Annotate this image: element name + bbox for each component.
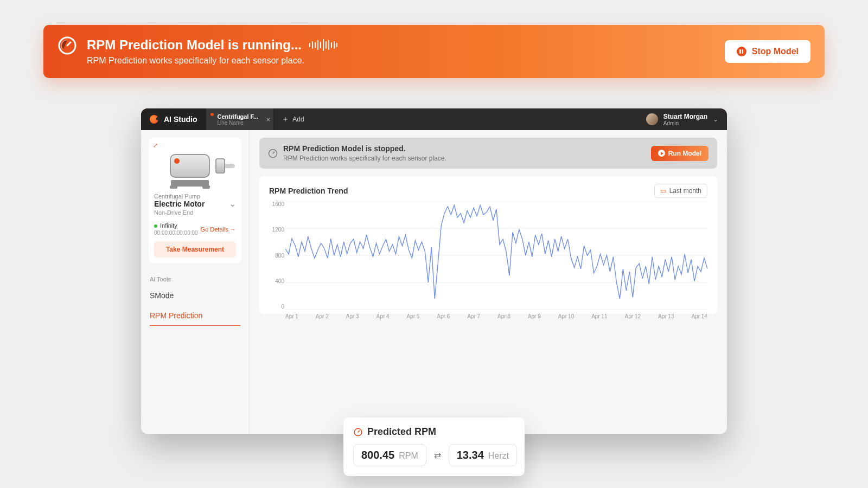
calendar-icon: ▭ [660,187,666,195]
go-details-link[interactable]: Go Details → [201,226,236,233]
chart-title: RPM Prediction Trend [269,187,348,195]
rpm-unit: RPM [399,451,418,461]
app-name: AI Studio [164,115,197,124]
y-axis-labels: 160012008004000 [269,201,284,310]
app-logo-area[interactable]: AI Studio [141,108,206,130]
status-label: Infinity [154,222,198,229]
avatar [646,113,658,125]
status-dot-icon [210,113,214,116]
user-menu[interactable]: Stuart Morgan Admin ⌄ [637,108,727,130]
gauge-sparkle-icon [353,427,363,437]
notice-subtitle: RPM Prediction works specifically for ea… [283,155,446,162]
rpm-value-box: 800.45 RPM [353,444,426,466]
ai-tools-header: AI Tools [150,276,240,282]
asset-group-label: Centrifugal Pump [154,193,236,200]
banner-subtitle: RPM Prediction works specifically for ea… [87,56,337,66]
chip-label: Last month [669,187,701,195]
svg-point-11 [361,428,362,429]
sidebar: ⤢ Centrifugal Pump Electric Motor ⌄ Non-… [141,130,250,434]
close-icon[interactable]: × [266,115,271,124]
main-panel: RPM Prediction Model is stopped. RPM Pre… [250,130,727,434]
line-chart [285,201,707,310]
hz-unit: Herzt [488,451,509,461]
chevron-down-icon: ⌄ [229,200,236,208]
asset-selector[interactable]: Electric Motor ⌄ [154,200,236,208]
tab-sub: Line Name [217,120,258,126]
plus-icon: ＋ [282,114,289,124]
banner-text: RPM Prediction Model is running... RPM P… [87,37,337,66]
banner-title: RPM Prediction Model is running... [87,37,302,53]
stop-model-label: Stop Model [752,47,799,56]
predicted-rpm-card: Predicted RPM 800.45 RPM ⇄ 13.34 Herzt [343,418,525,476]
run-model-button[interactable]: Run Model [651,146,709,161]
date-range-chip[interactable]: ▭ Last month [654,184,707,198]
gauge-icon [268,149,278,158]
hz-value-box: 13.34 Herzt [449,444,517,466]
running-banner: RPM Prediction Model is running... RPM P… [43,25,825,78]
rpm-value: 800.45 [361,449,394,461]
pause-icon [737,47,746,56]
add-tab-button[interactable]: ＋ Add [274,108,311,130]
asset-status: Infinity 00:00:00:00:00:00 [154,222,198,236]
audio-wave-icon [309,38,337,52]
x-axis-labels: Apr 1Apr 2Apr 3Apr 4Apr 5Apr 6Apr 7Apr 8… [285,313,707,319]
tool-smode[interactable]: SMode [150,286,240,306]
asset-selected-label: Electric Motor [154,200,205,208]
stop-model-button[interactable]: Stop Model [725,40,810,63]
play-icon [658,150,665,157]
tool-rpm-prediction[interactable]: RPM Prediction [150,306,240,326]
predicted-header: Predicted RPM [367,426,436,438]
asset-card: ⤢ Centrifugal Pump Electric Motor ⌄ Non-… [149,138,241,263]
tab-name: Centrifugal F... [217,113,258,120]
tab-centrifugal[interactable]: Centrifugal F... Line Name × [206,108,274,130]
user-role: Admin [663,120,707,126]
chart-area: 160012008004000 Apr 1Apr 2Apr 3Apr 4Apr … [285,201,707,310]
notice-title: RPM Prediction Model is stopped. [283,144,446,153]
swap-icon[interactable]: ⇄ [434,450,441,460]
titlebar: AI Studio Centrifugal F... Line Name × ＋… [141,108,727,130]
app-logo-icon [150,115,158,124]
user-name: Stuart Morgan [663,113,707,120]
model-stopped-notice: RPM Prediction Model is stopped. RPM Pre… [259,138,717,169]
motor-illustration [155,146,236,190]
status-timestamp: 00:00:00:00:00:00 [154,230,198,236]
svg-point-12 [362,429,362,429]
run-model-label: Run Model [668,150,701,157]
gauge-icon [58,36,77,55]
app-window: AI Studio Centrifugal F... Line Name × ＋… [141,108,727,434]
take-measurement-button[interactable]: Take Measurement [154,241,236,258]
chart-card: RPM Prediction Trend ▭ Last month 160012… [259,176,717,314]
add-tab-label: Add [292,115,304,123]
asset-end-label: Non-Drive End [154,209,236,216]
chevron-down-icon[interactable]: ⌄ [713,115,718,123]
hz-value: 13.34 [457,449,484,461]
